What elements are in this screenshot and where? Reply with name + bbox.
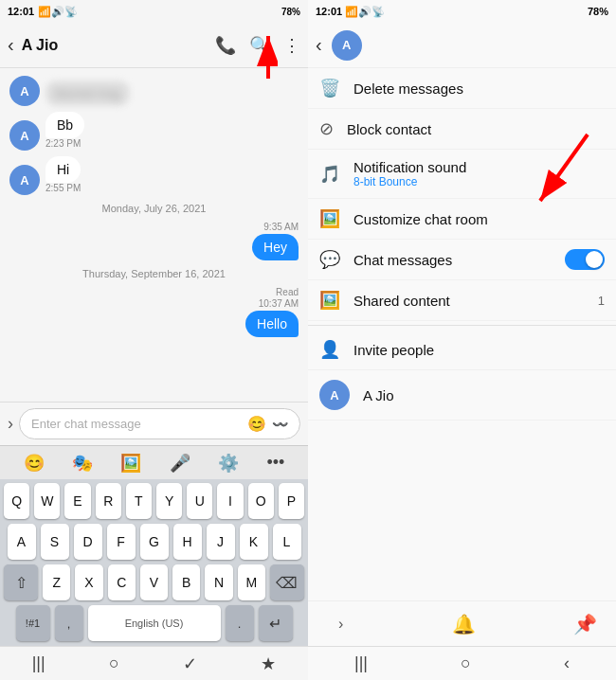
key-shift[interactable]: ⇧ [4,564,38,600]
right-status-time: 12:01 📶🔊📡 [316,6,385,18]
chat-messages-toggle[interactable] [565,249,605,270]
key-g[interactable]: G [140,524,169,560]
nav-home-icon-right[interactable]: ○ [461,653,471,673]
nav-home-icon[interactable]: ○ [109,653,119,673]
menu-item-block[interactable]: ⊘ Block contact [308,109,616,150]
menu-item-notification[interactable]: 🎵 Notification sound 8-bit Bounce [308,150,616,199]
input-placeholder[interactable]: Enter chat message [31,417,242,431]
call-icon[interactable]: 📞 [215,35,236,56]
settings-toolbar-icon[interactable]: ⚙️ [218,453,239,474]
message-bubble: Bb [45,112,84,138]
key-t[interactable]: T [126,483,152,519]
pin-icon[interactable]: 📌 [573,613,597,635]
delete-label: Delete messages [353,81,605,97]
divider [308,325,616,326]
key-j[interactable]: J [207,524,235,560]
key-k[interactable]: K [240,524,268,560]
right-header-avatar: A [332,30,362,61]
search-icon[interactable]: 🔍 [249,35,270,56]
message-row: A Bb 2:23 PM [9,112,299,151]
menu-item-text: Delete messages [353,81,605,97]
nav-back-icon[interactable]: ✓ [183,653,197,674]
shared-label: Shared content [353,293,585,309]
message-input[interactable]: Enter chat message 😊 〰️ [19,408,300,439]
key-space[interactable]: English (US) [88,605,221,641]
key-num[interactable]: !#1 [16,605,50,641]
expand-button[interactable]: › [8,414,13,434]
nav-back-icon-right[interactable]: ‹ [564,653,570,673]
image-toolbar-icon[interactable]: 🖼️ [120,453,141,474]
menu-item-text: Notification sound 8-bit Bounce [353,159,605,188]
battery-right: 78% [588,6,608,17]
nav-menu-icon[interactable]: ||| [32,653,45,673]
key-c[interactable]: C [108,564,136,600]
read-label: Read [245,287,299,297]
emoji-icon[interactable]: 😊 [247,415,266,433]
key-x[interactable]: X [75,564,102,600]
menu-list: 🗑️ Delete messages ⊘ Block contact 🎵 Not… [308,68,616,421]
sticker-toolbar-icon[interactable]: 🎭 [72,453,93,474]
back-button[interactable]: ‹ [8,34,14,56]
chat-title: A Jio [22,37,215,54]
menu-item-text: Chat messages [353,252,552,268]
emoji-toolbar-icon[interactable]: 😊 [24,453,45,474]
more-icon[interactable]: ⋮ [283,35,300,56]
key-enter[interactable]: ↵ [259,605,293,641]
keyboard-toolbar: 😊 🎭 🖼️ 🎤 ⚙️ ••• [0,445,308,479]
key-w[interactable]: W [34,483,60,519]
menu-item-ajio[interactable]: A A Jio [308,370,616,421]
key-h[interactable]: H [173,524,202,560]
bell-icon[interactable]: 🔔 [452,613,476,635]
right-panel: 12:01 📶🔊📡 78% ‹ A 🗑️ Delete [308,0,616,680]
key-o[interactable]: O [248,483,274,519]
key-p[interactable]: P [279,483,304,519]
menu-item-delete[interactable]: 🗑️ Delete messages [308,68,616,109]
key-q[interactable]: Q [4,483,29,519]
key-n[interactable]: N [205,564,232,600]
nav-apps-icon[interactable]: ★ [261,653,276,674]
key-i[interactable]: I [217,483,243,519]
message-bubble: Hey [252,234,299,260]
date-divider: Thursday, September 16, 2021 [9,268,299,279]
message-bubble: Hello [245,311,299,337]
message-time: 2:55 PM [45,183,81,193]
key-l[interactable]: L [273,524,301,560]
avatar: A [9,76,40,106]
more-toolbar-icon[interactable]: ••• [266,453,284,473]
header-icons: 📞 🔍 ⋮ [215,35,300,56]
key-b[interactable]: B [172,564,200,600]
shared-badge: 1 [598,294,605,308]
key-m[interactable]: M [238,564,265,600]
key-z[interactable]: Z [43,564,70,600]
nav-menu-icon-right[interactable]: ||| [354,653,368,673]
right-expand-button[interactable]: › [327,608,354,640]
menu-item-chatmessages[interactable]: 💬 Chat messages [308,240,616,280]
key-s[interactable]: S [41,524,69,560]
key-a[interactable]: A [8,524,36,560]
key-u[interactable]: U [187,483,212,519]
menu-item-customize[interactable]: 🖼️ Customize chat room [308,199,616,240]
key-period[interactable]: . [226,605,254,641]
keyboard: Q W E R T Y U I O P A S D F G H J K L ⇧ … [0,479,308,646]
customize-icon: 🖼️ [319,208,340,229]
right-status-right: 78% [588,6,608,17]
key-y[interactable]: Y [156,483,182,519]
avatar: A [9,165,40,195]
right-back-button[interactable]: ‹ [316,34,322,56]
menu-item-invite[interactable]: 👤 Invite people [308,330,616,370]
message-row: A Hi 2:55 PM [9,156,299,195]
message-row: Read 10:37 AM Hello [9,287,299,337]
right-nav-bar: ||| ○ ‹ [308,646,616,680]
key-backspace[interactable]: ⌫ [270,564,304,600]
menu-item-shared[interactable]: 🖼️ Shared content 1 [308,280,616,321]
voice-icon[interactable]: 〰️ [272,417,288,432]
key-e[interactable]: E [64,483,90,519]
notification-subtitle: 8-bit Bounce [353,175,605,188]
key-comma[interactable]: , [55,605,83,641]
mic-toolbar-icon[interactable]: 🎤 [170,453,190,474]
chat-messages-area[interactable]: A blurred msg A Bb 2:23 PM A Hi 2:55 PM … [0,68,308,402]
key-v[interactable]: V [140,564,168,600]
key-d[interactable]: D [74,524,102,560]
key-r[interactable]: R [96,483,121,519]
key-f[interactable]: F [107,524,136,560]
